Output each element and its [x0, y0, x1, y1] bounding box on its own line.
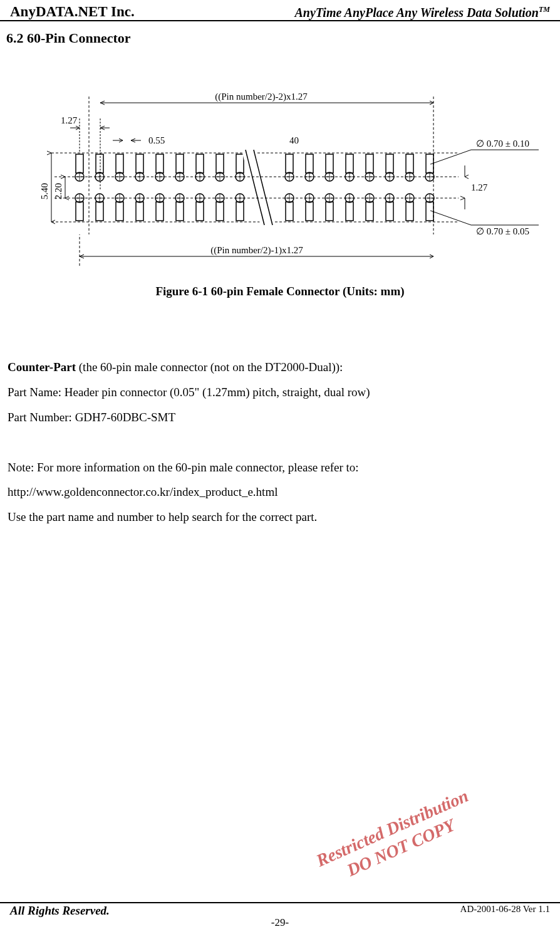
svg-rect-93 [306, 154, 313, 173]
svg-line-157 [430, 211, 471, 225]
svg-rect-102 [326, 202, 333, 221]
svg-rect-14 [76, 202, 83, 221]
watermark-line2: DO NOT COPY [321, 804, 480, 890]
svg-rect-126 [386, 202, 393, 221]
dim-1-27-right: 1.27 [471, 182, 488, 192]
svg-rect-22 [96, 202, 103, 221]
note-line: Note: For more information on the 60-pin… [8, 455, 552, 480]
figure-diagram: ((Pin number/2)-2)x1.27 ((Pin number/2)-… [20, 90, 540, 278]
svg-rect-37 [136, 154, 143, 173]
dim-1-27-left: 1.27 [61, 115, 78, 125]
watermark: Restricted Distribution DO NOT COPY [313, 785, 480, 890]
dim-0-55: 0.55 [148, 135, 165, 145]
section-title: 6.2 60-Pin Connector [0, 21, 560, 46]
body-text: Counter-Part (the 60-pin male connector … [0, 355, 560, 530]
page-footer: All Rights Reserved. AD-2001-06-28 Ver 1… [0, 902, 560, 934]
svg-rect-53 [176, 154, 184, 173]
svg-rect-109 [346, 154, 353, 173]
tagline-text: AnyTime AnyPlace Any Wireless Data Solut… [295, 6, 539, 19]
use-line: Use the part name and number to help sea… [8, 505, 552, 530]
dim-5-40: 5.40 [39, 183, 49, 199]
svg-rect-70 [216, 202, 224, 221]
svg-rect-62 [196, 202, 204, 221]
svg-rect-29 [116, 154, 123, 173]
svg-rect-118 [366, 202, 373, 221]
svg-rect-54 [176, 202, 184, 221]
svg-rect-69 [216, 154, 224, 173]
dim-2-20: 2.20 [53, 183, 63, 199]
connector-pads-right [285, 154, 434, 221]
svg-rect-21 [96, 154, 103, 173]
svg-rect-46 [156, 202, 163, 221]
label-40: 40 [289, 135, 299, 145]
footer-page-number: -29- [10, 916, 550, 929]
svg-rect-61 [196, 154, 204, 173]
page-header: AnyDATA.NET Inc. AnyTime AnyPlace Any Wi… [0, 0, 560, 21]
svg-line-155 [430, 150, 471, 164]
watermark-line1: Restricted Distribution [313, 785, 472, 871]
svg-rect-77 [236, 154, 244, 173]
footer-left: All Rights Reserved. [10, 904, 110, 918]
svg-rect-78 [236, 202, 244, 221]
svg-rect-110 [346, 202, 353, 221]
tagline-tm: TM [539, 5, 550, 14]
tagline: AnyTime AnyPlace Any Wireless Data Solut… [295, 5, 550, 20]
footer-right: AD-2001-06-28 Ver 1.1 [460, 904, 550, 918]
svg-rect-85 [286, 154, 293, 173]
svg-rect-134 [406, 202, 413, 221]
svg-rect-101 [326, 154, 333, 173]
counter-part-line: Counter-Part (the 60-pin male connector … [8, 355, 552, 380]
counter-part-label: Counter-Part [8, 360, 76, 374]
part-number-line: Part Number: GDH7-60DBC-SMT [8, 405, 552, 430]
svg-rect-94 [306, 202, 313, 221]
figure-caption: Figure 6-1 60-pin Female Connector (Unit… [0, 285, 560, 298]
svg-rect-13 [76, 154, 83, 173]
svg-rect-30 [116, 202, 123, 221]
company-name: AnyDATA.NET Inc. [10, 4, 135, 20]
url-line: http://www.goldenconnector.co.kr/index_p… [8, 480, 552, 505]
svg-rect-45 [156, 154, 163, 173]
dia-bottom-label: ∅ 0.70 ± 0.05 [476, 226, 529, 236]
dim-bottom-label: ((Pin number/2)-1)x1.27 [210, 245, 303, 256]
dia-top-label: ∅ 0.70 ± 0.10 [476, 139, 529, 149]
svg-rect-38 [136, 202, 143, 221]
part-name-line: Part Name: Header pin connector (0.05" (… [8, 380, 552, 405]
svg-rect-86 [286, 202, 293, 221]
counter-part-rest: (the 60-pin male connector (not on the D… [76, 360, 343, 374]
svg-rect-117 [366, 154, 373, 173]
svg-rect-125 [386, 154, 393, 173]
svg-rect-133 [406, 154, 413, 173]
dim-top-label: ((Pin number/2)-2)x1.27 [215, 92, 308, 102]
